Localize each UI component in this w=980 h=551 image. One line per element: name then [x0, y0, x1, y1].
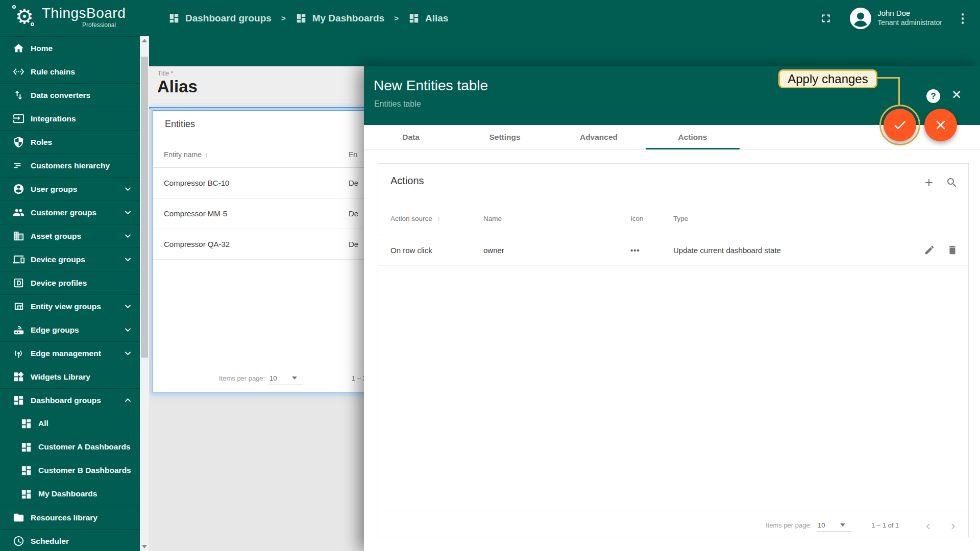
sidebar-item-my-dashboards[interactable]: My Dashboards: [0, 482, 140, 506]
chevron-down-icon: [122, 324, 134, 336]
sort-arrow-icon: ↑: [205, 151, 208, 159]
actions-card-title: Actions: [390, 175, 424, 187]
sidebar-item-customers-hierarchy[interactable]: Customers hierarchy: [0, 154, 140, 177]
title-field-value[interactable]: Alias: [157, 77, 198, 96]
edit-pencil-icon[interactable]: [924, 244, 935, 256]
app-edition: Professional: [42, 21, 116, 29]
column-entity-name: Entity name: [164, 151, 202, 159]
dashboard-title-field[interactable]: Title * Alias: [149, 66, 364, 109]
tab-actions[interactable]: Actions: [646, 125, 740, 149]
tab-advanced[interactable]: Advanced: [552, 125, 646, 149]
chevron-down-icon: [122, 230, 134, 242]
app-logo[interactable]: ⚙ ThingsBoard Professional: [0, 0, 149, 36]
sidebar-item-widgets-library[interactable]: Widgets Library: [0, 365, 140, 388]
table-row[interactable]: Compressor BC-10 De: [153, 168, 365, 198]
sidebar-item-entity-view-groups[interactable]: Entity view groups: [0, 294, 140, 318]
help-icon[interactable]: ?: [926, 89, 940, 103]
sidebar-scrollbar[interactable]: [140, 36, 149, 551]
widget-title: Entities: [165, 119, 195, 130]
sidebar-item-all[interactable]: All: [0, 412, 140, 435]
search-icon[interactable]: [946, 177, 958, 189]
sidebar-item-user-groups[interactable]: User groups: [0, 177, 140, 201]
tab-data[interactable]: Data: [364, 125, 458, 149]
rule-chains-icon: [13, 66, 24, 78]
topbar-right: John Doe Tenant administrator ⋮: [819, 8, 980, 29]
dashboard-toolbar: [149, 36, 980, 66]
breadcrumb-label: Dashboard groups: [185, 13, 272, 24]
breadcrumb-dashboard-groups[interactable]: Dashboard groups: [168, 13, 272, 24]
chevron-down-icon: [122, 254, 134, 265]
dashboard-icon: [20, 418, 32, 430]
sidebar-item-dashboard-groups[interactable]: Dashboard groups: [0, 388, 140, 412]
column-name: Name: [483, 215, 502, 222]
dropdown-caret-icon[interactable]: [840, 523, 845, 527]
close-icon[interactable]: ✕: [951, 89, 962, 101]
breadcrumb-my-dashboards[interactable]: My Dashboards: [296, 13, 384, 24]
page-size-select[interactable]: 10: [818, 521, 825, 529]
dashboard-icon: [168, 13, 180, 24]
dropdown-caret-icon[interactable]: [292, 377, 297, 380]
sidebar-item-customer-b-dashboards[interactable]: Customer B Dashboards: [0, 459, 140, 482]
sidebar-item-integrations[interactable]: Integrations: [0, 107, 140, 130]
sidebar-item-scheduler[interactable]: Scheduler: [0, 529, 140, 551]
cancel-changes-button[interactable]: [924, 109, 957, 141]
sidebar-item-home[interactable]: Home: [0, 36, 140, 60]
sidebar-item-customer-groups[interactable]: Customer groups: [0, 201, 140, 224]
sidebar-item-rule-chains[interactable]: Rule chains: [0, 60, 140, 83]
add-action-icon[interactable]: [923, 177, 935, 189]
more-vert-icon[interactable]: ⋮: [957, 12, 969, 24]
table-row[interactable]: Compressor MM-5 De: [153, 198, 365, 229]
table-row[interactable]: Compressor QA-32 De: [153, 229, 365, 260]
device-groups-icon: [13, 254, 24, 265]
entity-name-cell: Compressor QA-32: [164, 240, 230, 248]
sidebar-item-resources-library[interactable]: Resources library: [0, 506, 140, 529]
scroll-up-icon[interactable]: [142, 39, 147, 42]
sidebar-item-asset-groups[interactable]: Asset groups: [0, 224, 140, 247]
sidebar-item-customer-a-dashboards[interactable]: Customer A Dashboards: [0, 435, 140, 459]
dashboard-icon: [408, 13, 420, 24]
delete-trash-icon[interactable]: [947, 244, 958, 256]
entities-widget[interactable]: Entities Entity name↑ En Compressor BC-1…: [153, 110, 365, 392]
entity-name-cell: Compressor MM-5: [164, 209, 227, 218]
sidebar-item-roles[interactable]: Roles: [0, 130, 140, 154]
breadcrumb: Dashboard groups > My Dashboards > Alias: [168, 13, 448, 24]
more-horiz-icon: •••: [630, 246, 640, 255]
clock-icon: [13, 535, 24, 547]
check-icon: [892, 117, 908, 133]
sidebar-item-device-profiles[interactable]: Device profiles: [0, 271, 140, 294]
breadcrumb-alias[interactable]: Alias: [408, 13, 448, 24]
user-role: Tenant administrator: [877, 18, 942, 28]
chevron-down-icon: [122, 183, 134, 195]
integrations-icon: [13, 113, 24, 124]
apply-changes-button[interactable]: [884, 109, 916, 141]
select-underline: [268, 385, 303, 385]
asset-groups-icon: [13, 230, 24, 242]
user-groups-icon: [13, 183, 24, 195]
sidebar-item-edge-groups[interactable]: Edge groups: [0, 318, 140, 341]
data-converters-icon: [13, 89, 24, 101]
breadcrumb-separator: >: [281, 14, 286, 22]
scroll-down-icon[interactable]: [142, 545, 147, 548]
breadcrumb-label: My Dashboards: [312, 13, 384, 24]
folder-icon: [13, 512, 24, 523]
avatar[interactable]: [850, 8, 871, 29]
sidebar-item-device-groups[interactable]: Device groups: [0, 247, 140, 271]
page-size-select[interactable]: 10: [270, 374, 277, 382]
entity-type-cell: De: [349, 209, 358, 218]
widget-paginator: Items per page: 10 1 – 3 of 3: [153, 363, 365, 392]
roles-icon: [13, 136, 24, 148]
next-page-icon[interactable]: ›: [951, 519, 955, 532]
previous-page-icon[interactable]: ‹: [926, 519, 930, 532]
sidebar-item-edge-management[interactable]: Edge management: [0, 341, 140, 365]
dialog-subtitle: Entities table: [374, 99, 421, 109]
customer-groups-icon: [13, 207, 24, 218]
tab-settings[interactable]: Settings: [458, 125, 552, 149]
callout-connector: [876, 77, 900, 79]
sidebar-item-data-converters[interactable]: Data converters: [0, 83, 140, 107]
items-per-page-label: Items per page:: [766, 521, 812, 529]
device-profiles-icon: [13, 277, 24, 289]
user-block[interactable]: John Doe Tenant administrator: [877, 9, 942, 27]
scrollbar-thumb[interactable]: [141, 57, 148, 358]
action-table-row[interactable]: On row click owner ••• Update current da…: [378, 235, 968, 266]
fullscreen-icon[interactable]: [819, 12, 832, 25]
